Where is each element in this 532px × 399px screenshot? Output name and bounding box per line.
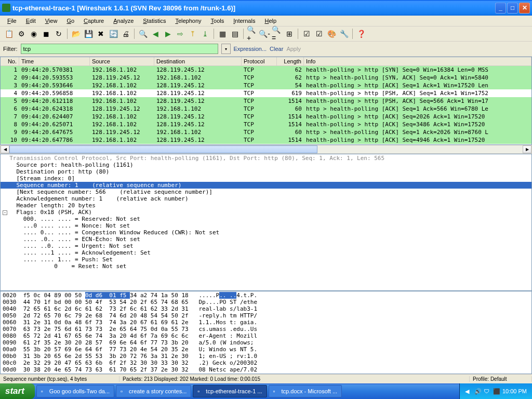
taskbar-button[interactable]: ▫create a story contes... — [116, 385, 191, 397]
packet-row[interactable]: 509:44:20.612118192.168.1.102128.119.245… — [1, 97, 531, 105]
tray-icon[interactable]: ⬛ — [493, 388, 499, 394]
interfaces-icon[interactable]: 📋 — [3, 28, 15, 39]
open-icon[interactable]: 📂 — [70, 28, 82, 39]
menu-view[interactable]: View — [41, 17, 62, 25]
capture-filters-icon[interactable]: ☑ — [301, 28, 312, 39]
prefs-icon[interactable]: 🔧 — [338, 28, 350, 39]
col-no[interactable]: No. — [1, 57, 19, 65]
autoscroll-icon[interactable]: ▤ — [229, 28, 241, 39]
packet-row[interactable]: 609:44:20.624318128.119.245.12192.168.1.… — [1, 105, 531, 113]
taskbar-button[interactable]: ▫tcp-ethereal-trace-1 ... — [193, 385, 267, 397]
expression-button[interactable]: Expression... — [234, 46, 267, 52]
close-button[interactable]: ✕ — [519, 3, 530, 14]
detail-line: .... .0.. .... = ECN-Echo: Not set — [1, 236, 531, 243]
resize-cols-icon[interactable]: ⊞ — [284, 28, 295, 39]
zoom-100-icon[interactable]: 🔍= — [271, 28, 283, 39]
save-icon[interactable]: 💾 — [83, 28, 94, 39]
stop-capture-icon[interactable]: ◼ — [41, 28, 52, 39]
scroll-left-icon[interactable]: ◀ — [1, 145, 9, 153]
packet-bytes[interactable]: 0020 f5 0c 04 89 00 50 0d d6 01 f5 34 a2… — [0, 291, 532, 374]
menu-capture[interactable]: Capture — [79, 17, 108, 25]
detail-line: Transmission Control Protocol, Src Port:… — [1, 155, 531, 162]
menu-statistics[interactable]: Statistics — [139, 17, 170, 25]
col-destination[interactable]: Destination — [154, 57, 242, 65]
filter-input[interactable]: tcp — [21, 44, 218, 54]
apply-button[interactable]: Apply — [286, 46, 301, 52]
help-icon[interactable]: ❓ — [355, 28, 367, 39]
detail-flags[interactable]: - Flags: 0x18 (PSH, ACK) — [1, 209, 531, 216]
detail-line: Header length: 20 bytes — [1, 202, 531, 209]
minimize-button[interactable]: _ — [495, 3, 506, 14]
hex-line: 0050 2d 72 65 70 6c 79 2e 68 74 6d 20 48… — [3, 312, 529, 319]
detail-line: 0 = Reset: Not set — [1, 263, 531, 270]
packet-row[interactable]: 109:44:20.570381192.168.1.102128.119.245… — [1, 66, 531, 74]
restart-capture-icon[interactable]: ↻ — [53, 28, 64, 39]
coloring-rules-icon[interactable]: 🎨 — [326, 28, 337, 39]
packet-details[interactable]: Transmission Control Protocol, Src Port:… — [0, 154, 532, 291]
colorize-icon[interactable]: ▦ — [217, 28, 228, 39]
scroll-right-icon[interactable]: ▶ — [523, 145, 531, 153]
close-file-icon[interactable]: ✖ — [95, 28, 107, 39]
go-back-icon[interactable]: ◀ — [150, 28, 161, 39]
packet-list[interactable]: No. Time Source Destination Protocol Len… — [0, 57, 532, 145]
go-first-icon[interactable]: ⤒ — [187, 28, 198, 39]
hex-line: 0080 65 72 2d 41 67 65 6e 74 3a 20 4d 6f… — [3, 332, 529, 339]
print-icon[interactable]: 🖨 — [120, 28, 131, 39]
system-tray[interactable]: ◀ 🔊 🛡 ⬛ 10:00 PM — [459, 383, 532, 399]
tray-icon[interactable]: 🔊 — [474, 388, 481, 394]
filter-dropdown[interactable]: ▾ — [221, 44, 231, 54]
col-info[interactable]: Info — [304, 57, 531, 65]
packet-row[interactable]: 209:44:20.593553128.119.245.12192.168.1.… — [1, 74, 531, 82]
tray-icon[interactable]: ◀ — [465, 388, 471, 394]
go-to-icon[interactable]: ⇨ — [175, 28, 186, 39]
hex-line: 0040 72 65 61 6c 2d 6c 61 62 73 2f 6c 61… — [3, 305, 529, 312]
col-protocol[interactable]: Protocol — [242, 57, 277, 65]
clear-button[interactable]: Clear — [270, 46, 283, 52]
clock[interactable]: 10:00 PM — [502, 388, 527, 394]
menu-help[interactable]: Help — [260, 17, 281, 25]
display-filters-icon[interactable]: ☑ — [313, 28, 325, 39]
find-icon[interactable]: 🔍 — [137, 28, 149, 39]
start-capture-icon[interactable]: ◉ — [28, 28, 39, 39]
packet-row[interactable]: 409:44:20.596858192.168.1.102128.119.245… — [1, 89, 531, 97]
detail-line: ...0 .... .... = Nonce: Not set — [1, 222, 531, 229]
status-profile[interactable]: Profile: Default — [470, 376, 532, 382]
menu-internals[interactable]: Internals — [229, 17, 259, 25]
zoom-out-icon[interactable]: 🔍- — [259, 28, 270, 39]
packet-row[interactable]: 909:44:20.647675128.119.245.12192.168.1.… — [1, 128, 531, 136]
go-forward-icon[interactable]: ▶ — [162, 28, 174, 39]
menu-analyze[interactable]: Analyze — [109, 17, 138, 25]
taskbar-button[interactable]: ▫Goo goo dolls-Two da... — [36, 385, 114, 397]
packet-row[interactable]: 1009:44:20.647786192.168.1.102128.119.24… — [1, 136, 531, 144]
packet-row[interactable]: 309:44:20.593646192.168.1.102128.119.245… — [1, 82, 531, 89]
reload-icon[interactable]: 🔄 — [108, 28, 119, 39]
hex-line: 00a0 55 3b 20 57 69 6e 64 6f 77 73 20 4e… — [3, 346, 529, 353]
options-icon[interactable]: ⚙ — [16, 28, 27, 39]
taskbar: start ▫Goo goo dolls-Two da...▫create a … — [0, 383, 532, 399]
menu-tools[interactable]: Tools — [207, 17, 229, 25]
maximize-button[interactable]: □ — [507, 3, 518, 14]
packet-list-hscroll[interactable]: ◀ ▶ — [0, 145, 532, 154]
menu-go[interactable]: Go — [62, 17, 78, 25]
start-button[interactable]: start — [0, 383, 35, 399]
go-last-icon[interactable]: ⤓ — [200, 28, 211, 39]
detail-line: Destination port: http (80) — [1, 168, 531, 175]
menu-telephony[interactable]: Telephony — [171, 17, 205, 25]
packet-row[interactable]: 809:44:20.625071192.168.1.102128.119.245… — [1, 121, 531, 128]
col-length[interactable]: Length — [277, 57, 304, 65]
taskbar-button[interactable]: ▫tcp.docx - Microsoft ... — [269, 385, 342, 397]
menu-file[interactable]: File — [3, 17, 21, 25]
scroll-thumb[interactable] — [9, 145, 317, 153]
menu-edit[interactable]: Edit — [22, 17, 40, 25]
detail-line: [Stream index: 0] — [1, 175, 531, 182]
col-time[interactable]: Time — [19, 57, 90, 65]
detail-line: .... 0... .... = Congestion Window Reduc… — [1, 229, 531, 236]
filter-label: Filter: — [3, 46, 18, 52]
zoom-in-icon[interactable]: 🔍+ — [246, 28, 258, 39]
collapse-icon[interactable]: - — [3, 210, 7, 215]
detail-line: .... ..0. .... = Urgent: Not set — [1, 243, 531, 249]
col-source[interactable]: Source — [90, 57, 154, 65]
packet-row[interactable]: 709:44:20.624407192.168.1.102128.119.245… — [1, 113, 531, 121]
detail-line-selected[interactable]: Sequence number: 1 (relative sequence nu… — [1, 182, 531, 189]
tray-icon[interactable]: 🛡 — [484, 388, 490, 394]
